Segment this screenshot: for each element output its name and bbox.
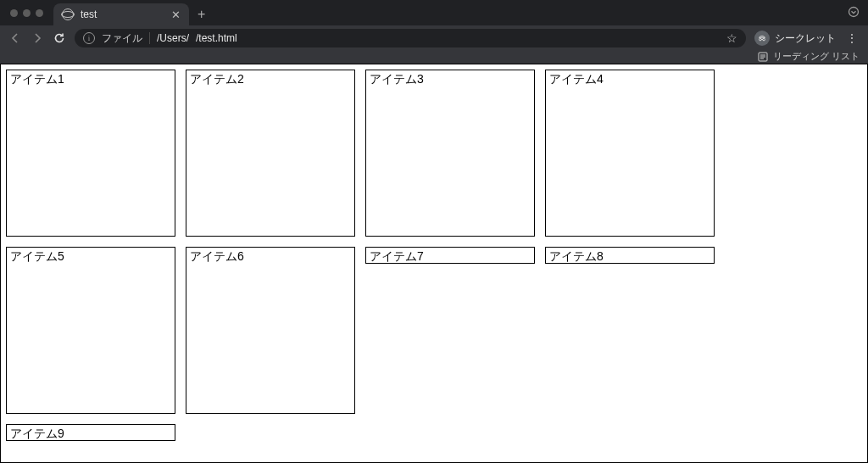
grid-item-label: アイテム7 <box>370 249 424 263</box>
window-max-dot[interactable] <box>36 9 43 17</box>
close-icon[interactable]: ✕ <box>171 8 181 21</box>
address-path-prefix: /Users/ <box>157 32 189 44</box>
window-close-dot[interactable] <box>10 9 18 17</box>
address-separator <box>149 32 150 44</box>
item-grid: アイテム1 アイテム2 アイテム3 アイテム4 アイテム5 アイテム6 アイテム… <box>6 70 862 441</box>
tab-title: test <box>81 8 97 20</box>
incognito-icon <box>754 31 770 46</box>
grid-item-label: アイテム9 <box>10 427 64 440</box>
svg-point-2 <box>763 38 765 41</box>
globe-icon <box>62 8 74 20</box>
grid-item: アイテム8 <box>545 247 715 264</box>
window-controls[interactable] <box>7 0 48 25</box>
grid-item: アイテム9 <box>6 424 175 441</box>
browser-tab[interactable]: test ✕ <box>53 3 189 25</box>
window-min-dot[interactable] <box>23 9 31 17</box>
grid-item: アイテム4 <box>545 70 715 237</box>
browser-chrome: test ✕ + i ファイル /Users/ /test.html ☆ <box>0 0 868 64</box>
grid-item: アイテム5 <box>6 247 175 414</box>
grid-item-label: アイテム8 <box>549 249 604 263</box>
grid-item: アイテム7 <box>365 247 535 264</box>
grid-item-label: アイテム3 <box>370 72 424 86</box>
grid-item-label: アイテム5 <box>10 249 64 263</box>
address-bar[interactable]: i ファイル /Users/ /test.html ☆ <box>75 29 746 47</box>
grid-item-label: アイテム6 <box>190 249 244 263</box>
back-icon[interactable] <box>8 31 22 45</box>
grid-item: アイテム1 <box>6 70 175 237</box>
grid-item: アイテム2 <box>186 70 355 237</box>
grid-item: アイテム6 <box>186 247 355 414</box>
forward-icon[interactable] <box>31 31 44 45</box>
menu-icon[interactable]: ⋮ <box>844 31 860 45</box>
svg-point-1 <box>760 38 762 41</box>
info-icon[interactable]: i <box>83 32 95 44</box>
svg-point-0 <box>849 8 859 17</box>
tab-overflow-icon[interactable] <box>848 6 860 18</box>
reading-list-label[interactable]: リーディング リスト <box>773 50 860 63</box>
tab-strip: test ✕ + <box>0 0 868 25</box>
browser-toolbar: i ファイル /Users/ /test.html ☆ シークレット ⋮ <box>0 25 868 51</box>
reading-list-icon[interactable] <box>758 52 768 62</box>
star-icon[interactable]: ☆ <box>726 31 737 45</box>
reload-icon[interactable] <box>53 31 66 45</box>
grid-item-label: アイテム4 <box>549 72 604 86</box>
address-scheme-label: ファイル <box>102 31 142 46</box>
grid-item: アイテム3 <box>365 70 535 237</box>
grid-item-label: アイテム1 <box>10 72 64 86</box>
grid-item-label: アイテム2 <box>190 72 244 86</box>
page-viewport: アイテム1 アイテム2 アイテム3 アイテム4 アイテム5 アイテム6 アイテム… <box>0 64 868 463</box>
new-tab-button[interactable]: + <box>189 3 214 25</box>
address-path-suffix: /test.html <box>196 32 237 44</box>
incognito-indicator[interactable]: シークレット <box>754 31 836 46</box>
incognito-label: シークレット <box>775 31 836 46</box>
bookmarks-bar: リーディング リスト <box>0 51 868 64</box>
